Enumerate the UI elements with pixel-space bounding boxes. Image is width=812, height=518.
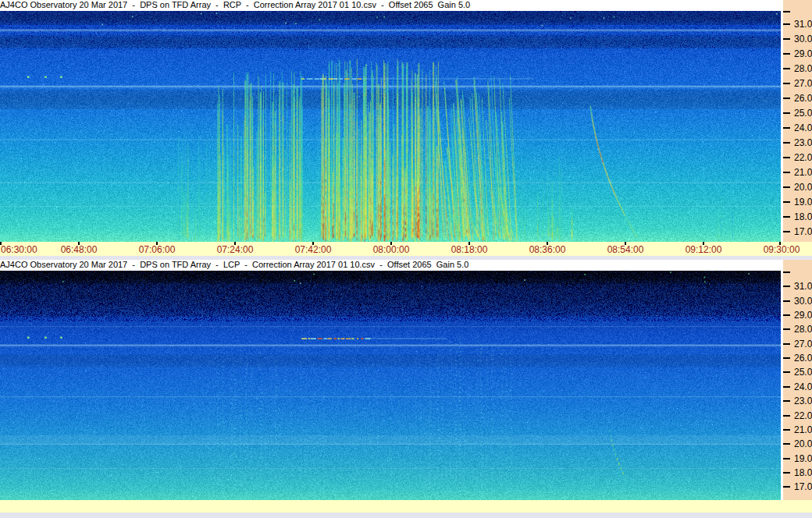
freq-tick-label: 23.0	[794, 396, 812, 406]
time-tick-label: 07:42:00	[286, 244, 340, 255]
time-tick-label: 06:30:00	[1, 244, 55, 255]
freq-scale-cap-rcp	[783, 0, 812, 11]
freq-tick	[783, 186, 790, 188]
freq-tick-label: 23.0	[794, 137, 812, 148]
freq-tick-label: 25.0	[794, 367, 812, 378]
freq-tick	[783, 415, 790, 417]
freq-tick	[783, 127, 790, 129]
time-axis-lcp	[0, 500, 812, 513]
freq-tick-label: 30.0	[794, 296, 812, 307]
freq-tick	[783, 112, 790, 114]
frequency-scale-lcp: 31.030.029.028.027.026.025.024.023.022.0…	[783, 271, 812, 500]
panel-title-rcp: AJ4CO Observatory 20 Mar 2017 - DPS on T…	[0, 0, 783, 11]
freq-tick-label: 17.0	[794, 226, 812, 237]
freq-tick	[783, 38, 790, 40]
freq-tick	[783, 201, 790, 203]
time-tick-label: 07:06:00	[130, 244, 184, 255]
freq-tick	[783, 23, 790, 25]
time-tick-label: 08:00:00	[364, 244, 418, 255]
freq-tick	[783, 53, 790, 55]
panel-body-lcp	[0, 271, 783, 500]
freq-tick	[783, 386, 790, 388]
freq-tick-label: 21.0	[794, 167, 812, 178]
freq-tick	[783, 142, 790, 144]
time-tick-label: 06:48:00	[52, 244, 106, 255]
freq-tick-label: 20.0	[794, 438, 812, 449]
freq-tick-label: 24.0	[794, 122, 812, 133]
spectrogram-canvas-rcp[interactable]	[0, 11, 781, 242]
freq-tick	[783, 11, 790, 12]
time-tick-label: 09:12:00	[676, 244, 731, 255]
freq-tick	[783, 400, 790, 402]
freq-tick-label: 26.0	[794, 93, 812, 104]
freq-tick	[783, 286, 790, 287]
freq-tick-label: 18.0	[794, 211, 812, 222]
freq-tick-label: 22.0	[794, 152, 812, 163]
freq-tick	[783, 157, 790, 158]
freq-tick-label: 25.0	[794, 108, 812, 119]
freq-tick	[783, 371, 790, 373]
freq-tick-label: 19.0	[794, 453, 812, 464]
time-tick-label: 08:18:00	[442, 244, 497, 255]
panel-body-rcp	[0, 11, 783, 242]
freq-tick	[783, 172, 790, 173]
freq-tick-label: 17.0	[794, 481, 812, 492]
time-tick-label: 09:30:00	[754, 244, 809, 255]
freq-tick	[783, 314, 790, 316]
freq-tick-label: 19.0	[794, 197, 812, 208]
freq-tick	[783, 231, 790, 232]
time-tick-label: 07:24:00	[208, 244, 262, 255]
freq-tick-label: 20.0	[794, 182, 812, 193]
freq-tick-label: 22.0	[794, 410, 812, 421]
time-tick-label: 08:54:00	[598, 244, 653, 255]
footer-strip	[0, 513, 812, 518]
freq-tick	[783, 83, 790, 84]
panel-title-lcp: AJ4CO Observatory 20 Mar 2017 - DPS on T…	[0, 260, 783, 271]
freq-tick	[783, 429, 790, 431]
time-axis-rcp: 06:30:0006:48:0007:06:0007:24:0007:42:00…	[0, 242, 812, 256]
freq-tick	[783, 486, 790, 488]
freq-tick	[783, 328, 790, 330]
freq-tick-label: 31.0	[794, 281, 812, 292]
freq-tick	[783, 98, 790, 99]
freq-tick	[783, 271, 790, 273]
freq-tick-label: 28.0	[794, 63, 812, 74]
freq-tick-label: 18.0	[794, 467, 812, 478]
freq-tick-label: 28.0	[794, 324, 812, 335]
freq-tick	[783, 216, 790, 218]
spectrogram-canvas-lcp[interactable]	[0, 271, 781, 500]
freq-tick-label: 27.0	[794, 339, 812, 349]
freq-tick	[783, 472, 790, 474]
freq-tick-label: 30.0	[794, 34, 812, 44]
freq-scale-cap-lcp	[783, 260, 812, 271]
freq-tick-label: 26.0	[794, 353, 812, 364]
freq-tick-label: 29.0	[794, 48, 812, 59]
freq-tick	[783, 458, 790, 459]
freq-tick-label: 29.0	[794, 310, 812, 321]
spectrograph-window: AJ4CO Observatory 20 Mar 2017 - DPS on T…	[0, 0, 812, 518]
frequency-scale-rcp: 31.030.029.028.027.026.025.024.023.022.0…	[783, 11, 812, 242]
freq-tick	[783, 443, 790, 445]
freq-tick-label: 27.0	[794, 78, 812, 89]
time-tick-label: 08:36:00	[520, 244, 575, 255]
freq-tick	[783, 300, 790, 302]
freq-tick-label: 21.0	[794, 424, 812, 435]
freq-tick-label: 24.0	[794, 381, 812, 392]
freq-tick	[783, 343, 790, 345]
freq-tick	[783, 68, 790, 69]
freq-tick-label: 31.0	[794, 19, 812, 30]
freq-tick	[783, 357, 790, 359]
